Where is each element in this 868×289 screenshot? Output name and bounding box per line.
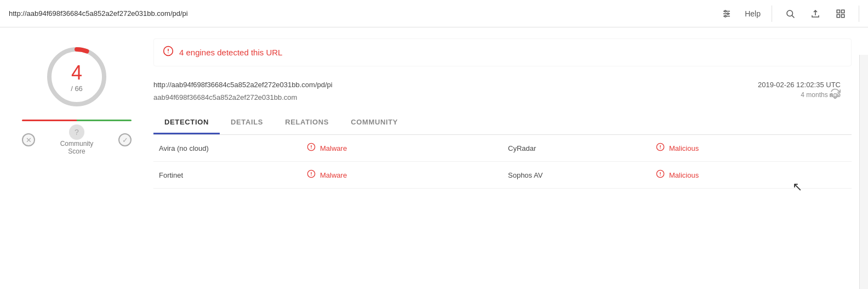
result-text-fortinet: Malware (320, 171, 347, 179)
engine-name-avira: Avira (no cloud) (153, 144, 307, 152)
tabs-section: DETECTION DETAILS RELATIONS COMMUNITY (153, 111, 852, 135)
engine-name-fortinet: Fortinet (153, 171, 307, 179)
url-info-left: http://aab94f698f36684c5a852a2ef272e031b… (153, 81, 333, 101)
svg-point-5 (724, 15, 726, 17)
tab-detection[interactable]: DETECTION (153, 111, 220, 134)
score-total: / 66 (71, 84, 83, 93)
result-col-fortinet: Malware (307, 169, 502, 180)
grid-icon-button[interactable] (833, 7, 848, 21)
svg-rect-10 (837, 14, 840, 17)
table-row: Avira (no cloud) Malware CyRadar (153, 135, 852, 162)
question-icon: ? (69, 124, 84, 140)
result-col-avira: Malware (307, 143, 502, 154)
filter-icon-button[interactable] (719, 7, 734, 21)
svg-point-4 (727, 13, 729, 14)
result-col-cyradar: Malicious (656, 143, 852, 154)
timestamp-relative: 4 months ago (758, 91, 841, 99)
url-info-row: http://aab94f698f36684c5a852a2ef272e031b… (153, 76, 852, 106)
divider (772, 5, 772, 22)
svg-point-19 (311, 148, 311, 149)
svg-point-25 (311, 175, 311, 175)
svg-point-28 (660, 175, 660, 175)
result-text-sophos: Malicious (669, 171, 699, 179)
svg-line-7 (792, 15, 794, 18)
x-vote-icon[interactable]: ✕ (22, 133, 35, 146)
svg-rect-9 (842, 10, 844, 13)
main-content: 4 / 66 ✕ ? CommunityScore ✓ (0, 27, 868, 200)
result-col-sophos: Malicious (656, 169, 852, 180)
svg-point-16 (168, 53, 169, 54)
tab-details[interactable]: DETAILS (220, 111, 274, 134)
upload-icon-button[interactable] (808, 7, 823, 21)
community-bar (22, 120, 132, 121)
svg-point-3 (724, 10, 726, 12)
top-bar-actions: Help (719, 5, 859, 22)
refresh-button[interactable] (830, 88, 841, 101)
engine-name-sophos: Sophos AV (502, 171, 656, 179)
score-panel: 4 / 66 ✕ ? CommunityScore ✓ (16, 38, 137, 189)
svg-point-22 (660, 148, 660, 149)
top-bar: http://aab94f698f36684c5a852a2ef272e031b… (0, 0, 868, 27)
detection-banner-text: 4 engines detected this URL (179, 48, 282, 57)
svg-rect-11 (842, 14, 844, 17)
scrollbar-track (859, 55, 868, 289)
divider2 (859, 5, 859, 22)
main-url: http://aab94f698f36684c5a852a2ef272e031b… (153, 81, 333, 89)
result-text-avira: Malware (320, 144, 347, 152)
timestamp-date: 2019-02-26 12:02:35 UTC (758, 81, 841, 89)
result-text-cyradar: Malicious (669, 144, 699, 152)
warning-icon-avira (307, 143, 316, 154)
community-label: CommunityScore (39, 140, 114, 155)
warning-icon-sophos (656, 169, 665, 180)
detection-error-icon (163, 46, 174, 59)
svg-point-6 (787, 10, 793, 16)
gauge-text: 4 / 66 (71, 61, 83, 93)
engine-name-cyradar: CyRadar (502, 144, 656, 152)
help-button[interactable]: Help (745, 9, 761, 18)
tabs-row: DETECTION DETAILS RELATIONS COMMUNITY (153, 111, 852, 134)
table-row: Fortinet Malware Sophos AV (153, 162, 852, 189)
tab-relations[interactable]: RELATIONS (274, 111, 340, 134)
warning-icon-cyradar (656, 143, 665, 154)
search-icon-button[interactable] (783, 7, 797, 21)
top-bar-url: http://aab94f698f36684c5a852a2ef272e031b… (9, 9, 188, 18)
score-number: 4 (71, 61, 83, 84)
warning-icon-fortinet (307, 169, 316, 180)
community-row: ✕ ? CommunityScore ✓ (22, 124, 132, 155)
detection-table: Avira (no cloud) Malware CyRadar (153, 135, 852, 189)
svg-rect-8 (837, 10, 840, 13)
tab-community[interactable]: COMMUNITY (340, 111, 409, 134)
url-domain: aab94f698f36684c5a852a2ef272e031bb.com (153, 93, 333, 101)
detection-banner: 4 engines detected this URL (153, 38, 852, 66)
info-panel: 4 engines detected this URL http://aab94… (153, 38, 852, 189)
check-vote-icon[interactable]: ✓ (118, 133, 132, 146)
gauge-chart: 4 / 66 (44, 44, 110, 110)
